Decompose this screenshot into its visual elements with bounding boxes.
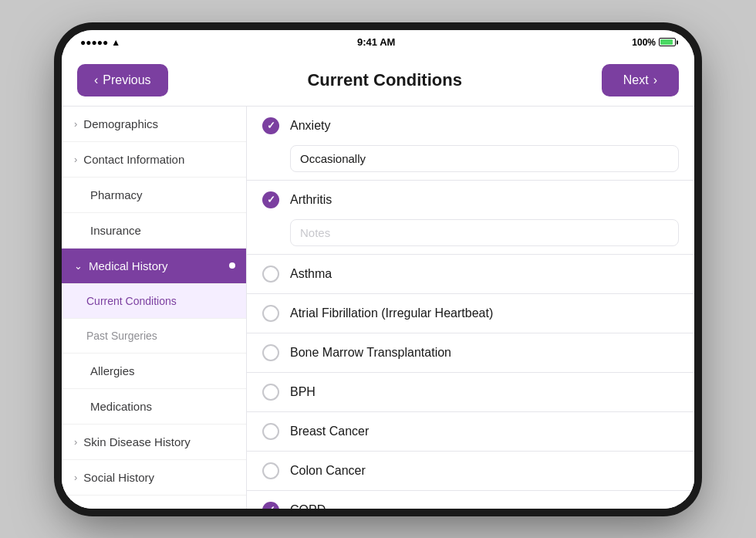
chevron-icon: › bbox=[74, 154, 77, 165]
sidebar-item-label: Pharmacy bbox=[90, 188, 143, 201]
page-title: Current Conditions bbox=[307, 70, 461, 90]
anxiety-notes-value: Occasionally bbox=[290, 145, 679, 172]
header: ‹ Previous Current Conditions Next › bbox=[62, 55, 694, 107]
radio-unchecked-atrial-fib[interactable] bbox=[262, 305, 279, 322]
previous-button[interactable]: ‹ Previous bbox=[77, 64, 168, 96]
battery-pct-label: 100% bbox=[632, 37, 656, 48]
condition-item-anxiety: Anxiety Occasionally bbox=[247, 107, 694, 181]
main-content: Anxiety Occasionally Arthritis bbox=[247, 107, 694, 509]
sidebar: › Demographics › Contact Information Pha… bbox=[62, 107, 247, 509]
sidebar-item-allergies[interactable]: Allergies bbox=[62, 354, 246, 389]
next-button[interactable]: Next › bbox=[602, 64, 679, 96]
signal-icon: ●●●●● bbox=[80, 37, 108, 48]
radio-unchecked-bph[interactable] bbox=[262, 384, 279, 401]
status-battery: 100% bbox=[632, 37, 676, 48]
radio-unchecked-colon-cancer[interactable] bbox=[262, 462, 279, 479]
sidebar-item-medical-history[interactable]: ⌄ Medical History bbox=[62, 249, 246, 284]
radio-checked-arthritis[interactable] bbox=[262, 191, 279, 208]
arthritis-notes-row bbox=[247, 219, 694, 254]
condition-item-bph: BPH bbox=[247, 373, 694, 412]
sidebar-item-insurance[interactable]: Insurance bbox=[62, 213, 246, 249]
radio-unchecked-asthma[interactable] bbox=[262, 266, 279, 283]
chevron-icon: › bbox=[74, 472, 77, 483]
sidebar-item-pharmacy[interactable]: Pharmacy bbox=[62, 178, 246, 213]
condition-item-bone-marrow: Bone Marrow Transplantation bbox=[247, 333, 694, 373]
sidebar-item-medications[interactable]: Medications bbox=[62, 389, 246, 425]
sidebar-item-demographics[interactable]: › Demographics bbox=[62, 107, 246, 142]
app-container: ‹ Previous Current Conditions Next › › D… bbox=[62, 55, 694, 509]
condition-item-breast-cancer: Breast Cancer bbox=[247, 412, 694, 452]
status-bar: ●●●●● ▲ 9:41 AM 100% bbox=[62, 30, 694, 55]
active-indicator bbox=[229, 262, 235, 269]
sidebar-item-label: Contact Information bbox=[83, 153, 184, 166]
radio-unchecked-breast-cancer[interactable] bbox=[262, 423, 279, 440]
chevron-icon: › bbox=[74, 436, 77, 448]
device-frame: ●●●●● ▲ 9:41 AM 100% ‹ Previous Current … bbox=[62, 30, 694, 509]
previous-label: Previous bbox=[103, 73, 150, 87]
next-label: Next bbox=[623, 73, 649, 87]
condition-item-arthritis: Arthritis bbox=[247, 181, 694, 255]
condition-label: Asthma bbox=[290, 267, 332, 281]
radio-checked-copd[interactable] bbox=[262, 502, 279, 509]
condition-item-colon-cancer: Colon Cancer bbox=[247, 452, 694, 491]
sidebar-item-label: Medical History bbox=[89, 259, 168, 272]
condition-label: Bone Marrow Transplantation bbox=[290, 346, 451, 360]
chevron-down-icon: ⌄ bbox=[74, 260, 83, 272]
wifi-icon: ▲ bbox=[111, 37, 120, 48]
radio-checked-anxiety[interactable] bbox=[262, 117, 279, 134]
chevron-icon: › bbox=[74, 118, 77, 130]
sidebar-item-label: Skin Disease History bbox=[83, 435, 190, 448]
condition-label: Anxiety bbox=[290, 119, 330, 133]
condition-label: COPD bbox=[290, 503, 326, 509]
condition-row: Breast Cancer bbox=[247, 412, 694, 451]
condition-label: Atrial Fibrillation (Irregular Heartbeat… bbox=[290, 306, 493, 320]
sidebar-item-current-conditions[interactable]: Current Conditions bbox=[62, 284, 246, 319]
status-signal: ●●●●● ▲ bbox=[80, 37, 120, 48]
condition-label: Breast Cancer bbox=[290, 425, 369, 438]
sidebar-item-label: Current Conditions bbox=[86, 295, 177, 307]
chevron-left-icon: ‹ bbox=[94, 73, 98, 87]
condition-item-atrial-fib: Atrial Fibrillation (Irregular Heartbeat… bbox=[247, 294, 694, 333]
condition-row: Colon Cancer bbox=[247, 452, 694, 490]
condition-row: BPH bbox=[247, 373, 694, 411]
sidebar-item-label: Demographics bbox=[83, 117, 158, 130]
radio-unchecked-bone-marrow[interactable] bbox=[262, 344, 279, 361]
sidebar-item-label: Medications bbox=[90, 400, 152, 413]
sidebar-item-label: Insurance bbox=[90, 224, 141, 237]
anxiety-notes-row: Occasionally bbox=[247, 145, 694, 180]
condition-row: Anxiety bbox=[247, 107, 694, 145]
battery-fill bbox=[660, 39, 673, 45]
condition-label: Arthritis bbox=[290, 193, 332, 207]
condition-label: Colon Cancer bbox=[290, 464, 366, 478]
content-area: › Demographics › Contact Information Pha… bbox=[62, 107, 694, 509]
sidebar-item-past-surgeries[interactable]: Past Surgeries bbox=[62, 319, 246, 354]
condition-row: Atrial Fibrillation (Irregular Heartbeat… bbox=[247, 294, 694, 333]
condition-item-asthma: Asthma bbox=[247, 255, 694, 294]
sidebar-item-contact-information[interactable]: › Contact Information bbox=[62, 142, 246, 178]
condition-row: COPD bbox=[247, 491, 694, 509]
condition-label: BPH bbox=[290, 385, 316, 399]
sidebar-item-label: Allergies bbox=[90, 364, 135, 377]
chevron-right-icon: › bbox=[653, 73, 657, 87]
sidebar-item-social-history[interactable]: › Social History bbox=[62, 460, 246, 496]
condition-item-copd: COPD bbox=[247, 491, 694, 509]
sidebar-item-label: Past Surgeries bbox=[86, 330, 157, 342]
battery-icon bbox=[659, 38, 676, 46]
condition-row: Arthritis bbox=[247, 181, 694, 219]
status-time: 9:41 AM bbox=[357, 36, 395, 48]
condition-row: Bone Marrow Transplantation bbox=[247, 333, 694, 372]
sidebar-item-label: Social History bbox=[83, 471, 154, 484]
arthritis-notes-input[interactable] bbox=[290, 219, 679, 246]
condition-row: Asthma bbox=[247, 255, 694, 293]
sidebar-item-skin-disease-history[interactable]: › Skin Disease History bbox=[62, 425, 246, 460]
